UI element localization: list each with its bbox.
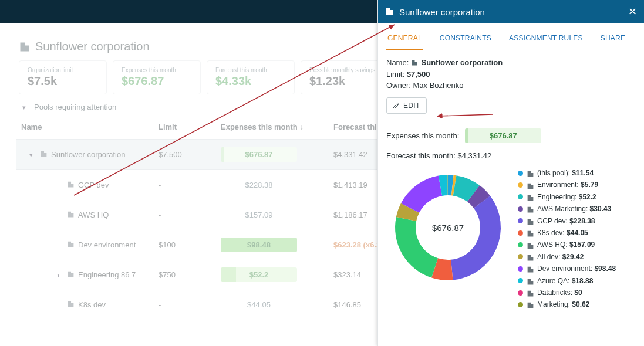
chart-legend: (this pool): $11.54Environment: $5.79Eng… <box>518 167 616 311</box>
tab-general[interactable]: GENERAL <box>386 34 423 50</box>
tab-assignment-rules[interactable]: ASSIGNMENT RULES <box>508 34 584 50</box>
building-icon <box>527 169 534 177</box>
legend-label: Databricks: $0 <box>537 287 582 298</box>
legend-color-dot <box>518 278 523 283</box>
building-icon <box>527 301 534 308</box>
panel-body: Name: Sunflower corporation Limit: $7,50… <box>378 50 644 320</box>
kv-label: Name: <box>386 58 409 67</box>
building-icon <box>385 6 395 18</box>
forecast-row: Forecast this month: $4,331.42 <box>386 151 636 160</box>
legend-color-dot <box>518 302 523 307</box>
forecast-value: $4,331.42 <box>457 151 491 160</box>
building-icon <box>527 265 534 272</box>
legend-color-dot <box>518 194 523 199</box>
chart-wrap: $676.87 (this pool): $11.54Environment: … <box>386 166 636 311</box>
expenses-label: Expenses this month: <box>386 131 459 140</box>
legend-label: Dev environment: $98.48 <box>537 263 616 274</box>
forecast-label: Forecast this month: <box>386 151 456 160</box>
building-icon <box>527 229 534 236</box>
legend-item[interactable]: GCP dev: $228.38 <box>518 215 616 227</box>
kv-name: Name: Sunflower corporation <box>386 58 636 68</box>
kv-limit: Limit: $7,500 <box>386 70 636 79</box>
panel-title: Sunflower corporation <box>399 7 623 17</box>
legend-color-dot <box>518 242 523 247</box>
legend-label: K8s dev: $44.05 <box>537 227 588 239</box>
building-icon <box>527 277 534 284</box>
donut-center-label: $676.87 <box>386 166 510 289</box>
kv-value: Sunflower corporation <box>422 58 503 67</box>
legend-label: Environment: $5.79 <box>537 179 598 191</box>
legend-label: AWS Marketing: $30.43 <box>537 203 611 215</box>
pencil-icon <box>393 102 400 109</box>
legend-item[interactable]: Dev environment: $98.48 <box>518 263 616 274</box>
legend-color-dot <box>518 218 523 223</box>
legend-item[interactable]: Marketing: $0.62 <box>518 298 616 310</box>
legend-color-dot <box>518 254 523 259</box>
edit-button[interactable]: EDIT <box>386 97 427 114</box>
legend-item[interactable]: Engineering: $52.2 <box>518 191 616 203</box>
kv-label: Limit: <box>386 70 404 79</box>
building-icon <box>527 253 534 260</box>
legend-color-dot <box>518 206 523 212</box>
legend-color-dot <box>518 230 523 236</box>
pool-detail-panel: Sunflower corporation ✕ GENERAL CONSTRAI… <box>377 0 644 346</box>
edit-label: EDIT <box>403 101 420 110</box>
building-icon <box>411 59 418 68</box>
legend-item[interactable]: Databricks: $0 <box>518 287 616 298</box>
legend-label: Ali dev: $29.42 <box>537 251 584 263</box>
legend-label: AWS HQ: $157.09 <box>537 239 595 250</box>
legend-item[interactable]: Azure QA: $18.88 <box>518 275 616 287</box>
legend-label: Azure QA: $18.88 <box>537 275 593 287</box>
legend-color-dot <box>518 266 523 272</box>
building-icon <box>527 218 534 225</box>
building-icon <box>527 205 534 212</box>
legend-item[interactable]: (this pool): $11.54 <box>518 167 616 179</box>
building-icon <box>527 242 534 249</box>
legend-item[interactable]: AWS HQ: $157.09 <box>518 239 616 250</box>
legend-item[interactable]: Ali dev: $29.42 <box>518 251 616 263</box>
panel-header: Sunflower corporation ✕ <box>378 0 644 23</box>
building-icon <box>527 289 534 296</box>
legend-label: Engineering: $52.2 <box>537 191 596 203</box>
legend-color-dot <box>518 182 523 188</box>
close-icon[interactable]: ✕ <box>628 5 637 18</box>
legend-label: Marketing: $0.62 <box>537 298 589 310</box>
legend-color-dot <box>518 171 523 176</box>
kv-value: $7,500 <box>407 70 430 79</box>
legend-color-dot <box>518 290 523 296</box>
expenses-value: $676.87 <box>465 128 541 143</box>
donut-chart: $676.87 <box>386 166 510 289</box>
legend-label: GCP dev: $228.38 <box>537 215 595 227</box>
kv-label: Owner: <box>386 81 411 90</box>
kv-value: Max Bozhenko <box>413 81 464 90</box>
panel-tabs: GENERAL CONSTRAINTS ASSIGNMENT RULES SHA… <box>378 23 644 50</box>
legend-item[interactable]: K8s dev: $44.05 <box>518 227 616 239</box>
expenses-row: Expenses this month: $676.87 <box>386 128 636 143</box>
kv-owner: Owner: Max Bozhenko <box>386 81 636 90</box>
divider <box>386 121 636 121</box>
legend-item[interactable]: AWS Marketing: $30.43 <box>518 203 616 215</box>
tab-share[interactable]: SHARE <box>599 34 626 50</box>
legend-item[interactable]: Environment: $5.79 <box>518 179 616 191</box>
building-icon <box>527 182 534 189</box>
tab-constraints[interactable]: CONSTRAINTS <box>439 34 493 50</box>
building-icon <box>527 194 534 201</box>
legend-label: (this pool): $11.54 <box>537 167 594 179</box>
